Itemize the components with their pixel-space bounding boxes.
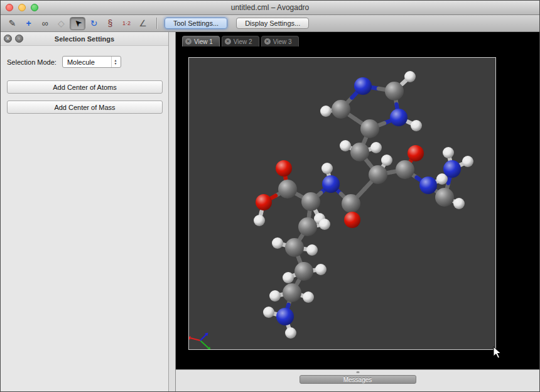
close-button[interactable]	[6, 4, 13, 11]
tab-label: View 3	[273, 38, 292, 45]
selection-mode-value: Molecule	[67, 58, 95, 66]
measure-icon: 1·2	[122, 21, 131, 26]
tool-settings-button[interactable]: Tool Settings...	[165, 18, 227, 29]
auto-rotate-tool[interactable]: ↻	[86, 17, 102, 30]
selection-mode-dropdown[interactable]: Molecule ▲▼	[62, 56, 121, 68]
auto-rotate-icon: ↻	[90, 19, 98, 28]
draw-tool[interactable]: ✎	[4, 17, 20, 30]
minimize-button[interactable]	[18, 4, 26, 11]
selection-settings-panel: ✕ ▫ Selection Settings Selection Mode: M…	[1, 32, 169, 391]
app-window: untitled.cml – Avogadro ✎+∞◇➤↻§1·2∠ Tool…	[0, 0, 540, 392]
viewport-area: ✕View 1✕View 2✕View 3	[176, 32, 539, 369]
selection-tool[interactable]: ➤	[70, 17, 85, 30]
molecule-svg[interactable]	[189, 58, 495, 349]
manipulate-tool[interactable]: ◇	[53, 17, 69, 30]
tab-close-icon[interactable]: ✕	[225, 38, 231, 45]
align-icon: ∠	[139, 19, 147, 28]
tab-view-2[interactable]: ✕View 2	[222, 36, 259, 46]
add-center-of-mass-button[interactable]: Add Center of Mass	[7, 101, 163, 114]
tab-close-icon[interactable]: ✕	[185, 38, 192, 45]
manipulate-icon: ◇	[58, 19, 65, 28]
traffic-lights	[6, 4, 38, 11]
messages-splitter-handle[interactable]	[356, 371, 359, 373]
tab-label: View 2	[234, 38, 252, 45]
dropdown-stepper-icon: ▲▼	[111, 57, 119, 67]
tab-label: View 1	[194, 38, 213, 45]
selection-mode-label: Selection Mode:	[7, 58, 57, 66]
auto-optimize-icon: §	[108, 19, 113, 28]
tab-view-1[interactable]: ✕View 1	[182, 36, 220, 46]
right-column: ✕View 1✕View 2✕View 3 Messages	[176, 32, 539, 391]
tab-view-3[interactable]: ✕View 3	[261, 36, 299, 46]
render-viewport[interactable]	[188, 57, 496, 350]
bond-centric-icon: ∞	[42, 19, 48, 28]
main-row: ✕ ▫ Selection Settings Selection Mode: M…	[1, 32, 539, 391]
panel-close-icon[interactable]: ✕	[4, 35, 12, 43]
display-settings-button[interactable]: Display Settings...	[236, 18, 309, 29]
panel-body: Selection Mode: Molecule ▲▼ Add Center o…	[1, 46, 168, 121]
window-title: untitled.cml – Avogadro	[1, 3, 539, 12]
toolbar-tools: ✎+∞◇➤↻§1·2∠	[4, 17, 151, 30]
titlebar: untitled.cml – Avogadro	[1, 1, 539, 15]
add-center-of-atoms-button[interactable]: Add Center of Atoms	[7, 80, 163, 94]
tab-close-icon[interactable]: ✕	[264, 38, 271, 45]
bond-centric-tool[interactable]: ∞	[37, 17, 53, 30]
zoom-button[interactable]	[31, 4, 38, 11]
panel-title: Selection Settings	[1, 35, 168, 43]
messages-button[interactable]: Messages	[300, 375, 416, 384]
auto-optimize-tool[interactable]: §	[102, 17, 118, 30]
draw-icon: ✎	[9, 19, 16, 28]
measure-tool[interactable]: 1·2	[119, 17, 134, 30]
navigate-tool[interactable]: +	[21, 17, 36, 30]
panel-splitter[interactable]	[169, 32, 176, 391]
toolbar-separator	[156, 18, 157, 29]
navigate-icon: +	[26, 19, 31, 28]
toolbar: ✎+∞◇➤↻§1·2∠ Tool Settings... Display Set…	[1, 15, 539, 32]
panel-header: ✕ ▫ Selection Settings	[1, 32, 168, 46]
mouse-cursor-icon	[493, 346, 502, 359]
selection-mode-row: Selection Mode: Molecule ▲▼	[7, 56, 162, 68]
messages-strip: Messages	[176, 369, 539, 391]
panel-float-icon[interactable]: ▫	[15, 35, 23, 43]
align-tool[interactable]: ∠	[135, 17, 151, 30]
selection-icon: ➤	[72, 18, 83, 29]
view-tabs: ✕View 1✕View 2✕View 3	[182, 36, 299, 46]
